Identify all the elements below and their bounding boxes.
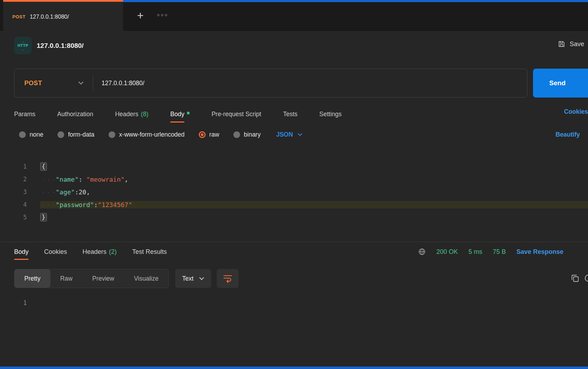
tab-tests[interactable]: Tests bbox=[283, 111, 298, 118]
response-headers-count: (2) bbox=[109, 248, 117, 256]
view-visualize[interactable]: Visualize bbox=[124, 269, 169, 288]
response-tab-test-results[interactable]: Test Results bbox=[132, 248, 167, 256]
http-protocol-icon: → HTTP ← bbox=[14, 37, 32, 54]
dot-icon bbox=[157, 14, 159, 16]
radio-icon bbox=[233, 131, 240, 138]
more-options-button[interactable] bbox=[157, 14, 167, 16]
url-input[interactable]: 127.0.0.1:8080/ bbox=[102, 80, 145, 87]
tab-body[interactable]: Body bbox=[170, 111, 190, 118]
response-view-toolbar: Pretty Raw Preview Visualize Text bbox=[14, 269, 239, 288]
status-code[interactable]: 200 OK bbox=[436, 248, 458, 256]
line-number: 2 bbox=[0, 176, 28, 183]
dot-icon bbox=[161, 14, 163, 16]
search-button[interactable] bbox=[583, 274, 588, 284]
line-number: 3 bbox=[0, 188, 28, 195]
tab-authorization[interactable]: Authorization bbox=[57, 111, 93, 118]
request-tab-bar: Params Authorization Headers (8) Body Pr… bbox=[14, 108, 342, 120]
send-button[interactable]: Send bbox=[533, 69, 588, 98]
copy-button[interactable] bbox=[570, 274, 580, 283]
indent-guide: ··· bbox=[40, 202, 56, 208]
response-line-number: 1 bbox=[0, 299, 28, 306]
body-modified-dot-icon bbox=[187, 112, 190, 114]
bracket-match: { bbox=[40, 162, 47, 171]
indent-guide: ··· bbox=[40, 177, 56, 182]
headers-count: (8) bbox=[141, 111, 148, 118]
code-line: 2 ···"name": "meowrain", bbox=[0, 173, 588, 186]
globe-icon bbox=[418, 248, 426, 256]
response-format-dropdown[interactable]: Text bbox=[175, 269, 211, 288]
line-number: 1 bbox=[0, 163, 28, 170]
view-raw[interactable]: Raw bbox=[50, 269, 82, 288]
indent-guide: ··· bbox=[40, 190, 56, 195]
bracket-match: } bbox=[40, 213, 47, 222]
response-tab-headers[interactable]: Headers (2) bbox=[82, 248, 117, 256]
tab-headers[interactable]: Headers (8) bbox=[115, 111, 148, 118]
code-line-current: 4 ···"password":"1234567" bbox=[0, 198, 588, 211]
chevron-down-icon bbox=[78, 81, 84, 85]
radio-icon bbox=[57, 131, 64, 138]
divider bbox=[93, 75, 93, 91]
wrap-line-icon bbox=[223, 274, 233, 283]
radio-none[interactable]: none bbox=[19, 131, 43, 138]
response-time[interactable]: 5 ms bbox=[468, 248, 482, 256]
view-pretty[interactable]: Pretty bbox=[14, 269, 50, 288]
chevron-down-icon bbox=[298, 133, 302, 136]
format-dropdown[interactable]: JSON bbox=[276, 131, 302, 138]
save-response-link[interactable]: Save Response bbox=[516, 248, 563, 256]
new-tab-button[interactable]: + bbox=[133, 8, 148, 23]
method-label: POST bbox=[24, 80, 42, 87]
line-number: 5 bbox=[0, 214, 28, 221]
radio-selected-icon bbox=[199, 131, 206, 138]
radio-raw[interactable]: raw bbox=[199, 131, 219, 138]
cookies-link[interactable]: Cookies bbox=[564, 108, 588, 115]
response-tab-bar: Body Cookies Headers (2) Test Results bbox=[14, 246, 167, 257]
code-line: 3 ···"age":20, bbox=[0, 186, 588, 198]
beautify-link[interactable]: Beautify bbox=[556, 128, 580, 141]
response-meta: 200 OK 5 ms 75 B Save Response bbox=[418, 247, 563, 257]
save-icon bbox=[558, 40, 565, 48]
response-size[interactable]: 75 B bbox=[493, 248, 506, 256]
radio-form-data[interactable]: form-data bbox=[57, 131, 94, 138]
tab-title: 127.0.0.1:8080/ bbox=[30, 14, 69, 20]
radio-binary[interactable]: binary bbox=[233, 131, 261, 138]
tab-method-label: POST bbox=[12, 14, 25, 19]
method-selector[interactable]: POST bbox=[14, 69, 93, 97]
chevron-down-icon bbox=[199, 277, 204, 280]
top-accent-line bbox=[123, 0, 588, 2]
arrow-left-icon: ← bbox=[21, 48, 25, 51]
request-title: 127.0.0.1:8080/ bbox=[37, 42, 84, 50]
save-button[interactable]: Save bbox=[558, 40, 584, 48]
http-icon-label: HTTP bbox=[18, 44, 29, 48]
section-divider bbox=[0, 242, 588, 242]
arrow-right-icon: → bbox=[21, 40, 25, 43]
body-type-options: none form-data x-www-form-urlencoded raw… bbox=[19, 128, 302, 141]
view-segmented-control: Pretty Raw Preview Visualize bbox=[14, 269, 169, 288]
radio-icon bbox=[109, 131, 115, 138]
wrap-line-button[interactable] bbox=[217, 269, 239, 288]
request-tab[interactable]: POST 127.0.0.1:8080/ bbox=[3, 0, 123, 32]
view-preview[interactable]: Preview bbox=[82, 269, 124, 288]
dot-icon bbox=[165, 14, 167, 16]
request-body-editor[interactable]: 1 { 2 ···"name": "meowrain", 3 ···"age":… bbox=[0, 160, 588, 224]
tab-settings[interactable]: Settings bbox=[319, 111, 342, 118]
response-tab-cookies[interactable]: Cookies bbox=[44, 248, 67, 256]
format-label: JSON bbox=[276, 131, 293, 138]
radio-icon bbox=[19, 131, 26, 138]
radio-x-www-form-urlencoded[interactable]: x-www-form-urlencoded bbox=[109, 131, 185, 138]
bottom-accent-bar bbox=[0, 367, 588, 369]
tab-pre-request-script[interactable]: Pre-request Script bbox=[212, 111, 261, 118]
tab-params[interactable]: Params bbox=[14, 111, 35, 118]
plus-icon: + bbox=[137, 9, 144, 22]
url-bar: POST 127.0.0.1:8080/ bbox=[14, 69, 527, 98]
response-tab-body[interactable]: Body bbox=[14, 248, 29, 256]
code-line: 1 { bbox=[0, 160, 588, 173]
line-number: 4 bbox=[0, 201, 28, 208]
copy-icon bbox=[570, 274, 580, 283]
response-format-label: Text bbox=[182, 275, 194, 282]
save-label: Save bbox=[570, 40, 584, 48]
code-line: 5 } bbox=[0, 211, 588, 224]
search-icon bbox=[583, 274, 588, 284]
